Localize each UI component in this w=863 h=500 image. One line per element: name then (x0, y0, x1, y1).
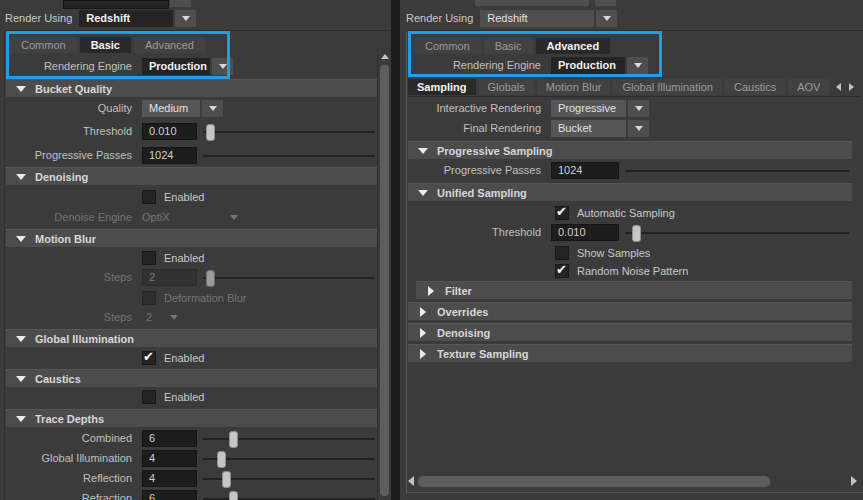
progressive-passes-slider[interactable] (625, 163, 849, 178)
cropped-dropdown[interactable] (475, 0, 589, 6)
enabled-checkbox[interactable] (142, 251, 156, 265)
slider-handle[interactable] (206, 124, 215, 141)
section-unified-sampling[interactable]: Unified Sampling (408, 183, 852, 202)
horizontal-scrollbar[interactable] (408, 474, 857, 488)
tab-advanced[interactable]: Advanced (134, 37, 205, 53)
tab-globals[interactable]: Globals (479, 79, 534, 95)
chevron-down-icon[interactable] (202, 100, 223, 117)
chevron-down-icon[interactable] (212, 58, 233, 75)
final-rendering-dropdown[interactable]: Bucket (551, 120, 626, 137)
section-motion-blur[interactable]: Motion Blur (6, 229, 377, 248)
section-global-illumination[interactable]: Global Illumination (6, 329, 377, 348)
tab-global-illumination[interactable]: Global Illumination (613, 79, 722, 95)
collapse-triangle-icon[interactable] (15, 416, 27, 422)
enabled-checkbox[interactable] (142, 351, 156, 365)
automatic-sampling-label: Automatic Sampling (577, 207, 675, 219)
collapse-triangle-icon[interactable] (15, 174, 27, 180)
chevron-down-icon[interactable] (628, 120, 649, 137)
automatic-sampling-checkbox[interactable] (555, 206, 569, 220)
chevron-down-icon[interactable] (628, 100, 649, 117)
section-denoising[interactable]: Denoising (408, 323, 852, 342)
collapse-triangle-icon[interactable] (15, 376, 27, 382)
section-caustics[interactable]: Caustics (6, 369, 377, 388)
quality-dropdown[interactable]: Medium (142, 100, 200, 117)
scrollbar-thumb[interactable] (418, 476, 770, 487)
section-progressive-sampling[interactable]: Progressive Sampling (408, 141, 852, 160)
reflection-slider[interactable] (203, 471, 375, 486)
panel-basic: Render Using Redshift Common Basic Advan… (0, 0, 391, 500)
cropped-dropdown-arrow[interactable] (170, 0, 191, 7)
tab-basic[interactable]: Basic (80, 37, 131, 53)
enabled-checkbox[interactable] (142, 390, 156, 404)
scroll-right-icon[interactable] (851, 476, 857, 486)
chevron-down-icon[interactable] (596, 10, 617, 27)
render-using-dropdown[interactable]: Redshift (79, 10, 173, 27)
tab-sampling[interactable]: Sampling (408, 79, 476, 95)
tab-caustics[interactable]: Caustics (725, 79, 785, 95)
refraction-slider[interactable] (203, 491, 375, 500)
denoise-engine-row: Denoise Engine OptiX (0, 208, 375, 226)
combined-slider[interactable] (203, 431, 375, 446)
combined-input[interactable]: 6 (142, 430, 197, 447)
cropped-dropdown-arrow[interactable] (595, 0, 616, 6)
interactive-rendering-dropdown[interactable]: Progressive (551, 100, 626, 117)
progressive-passes-input[interactable]: 1024 (142, 147, 197, 164)
rendering-engine-dropdown[interactable]: Production (142, 58, 210, 75)
slider-handle[interactable] (222, 471, 231, 488)
refraction-row: Refraction 6 (0, 489, 375, 500)
slider-track (625, 170, 849, 172)
progressive-passes-slider[interactable] (203, 148, 375, 163)
threshold-input[interactable]: 0.010 (551, 224, 619, 241)
collapse-triangle-icon[interactable] (15, 336, 27, 342)
section-trace-depths[interactable]: Trace Depths (6, 409, 377, 428)
progressive-passes-row: Progressive Passes 1024 (400, 161, 849, 179)
section-overrides[interactable]: Overrides (408, 302, 852, 321)
tab-basic[interactable]: Basic (484, 38, 533, 54)
section-texture-sampling[interactable]: Texture Sampling (408, 344, 852, 363)
slider-handle[interactable] (217, 451, 226, 468)
progressive-passes-input[interactable]: 1024 (551, 162, 619, 179)
expand-triangle-icon[interactable] (417, 307, 429, 317)
show-samples-checkbox[interactable] (555, 246, 569, 260)
enabled-checkbox[interactable] (142, 190, 156, 204)
chevron-down-icon[interactable] (175, 10, 196, 27)
scroll-up-icon[interactable] (379, 50, 390, 62)
chevron-down-icon[interactable] (627, 57, 648, 74)
tab-common[interactable]: Common (10, 37, 77, 53)
collapse-triangle-icon[interactable] (15, 86, 27, 92)
random-noise-checkbox[interactable] (555, 264, 569, 278)
rendering-engine-dropdown[interactable]: Production (551, 57, 625, 74)
collapse-triangle-icon[interactable] (417, 148, 429, 154)
threshold-slider[interactable] (625, 225, 849, 240)
reflection-input[interactable]: 4 (142, 470, 197, 487)
scroll-left-icon[interactable] (408, 476, 414, 486)
expand-triangle-icon[interactable] (417, 349, 429, 359)
vertical-scrollbar[interactable] (377, 48, 391, 500)
expand-triangle-icon[interactable] (425, 286, 437, 296)
slider-handle[interactable] (632, 225, 641, 242)
progressive-passes-label: Progressive Passes (400, 164, 547, 176)
section-denoising[interactable]: Denoising (6, 167, 377, 186)
gi-depth-input[interactable]: 4 (142, 450, 197, 467)
tab-common[interactable]: Common (414, 38, 481, 54)
threshold-slider[interactable] (203, 124, 375, 139)
render-using-dropdown[interactable]: Redshift (480, 10, 594, 27)
gi-depth-slider[interactable] (203, 451, 375, 466)
threshold-input[interactable]: 0.010 (142, 123, 197, 140)
scrollbar-thumb[interactable] (380, 65, 389, 496)
scroll-left-icon[interactable] (836, 83, 841, 91)
refraction-input[interactable]: 6 (142, 490, 197, 500)
expand-triangle-icon[interactable] (417, 328, 429, 338)
cropped-dropdown[interactable] (63, 0, 169, 9)
collapse-triangle-icon[interactable] (417, 190, 429, 196)
tab-advanced[interactable]: Advanced (536, 38, 611, 54)
collapse-triangle-icon[interactable] (15, 236, 27, 242)
tab-motion-blur[interactable]: Motion Blur (537, 79, 611, 95)
section-filter[interactable]: Filter (416, 281, 852, 300)
tab-aov[interactable]: AOV (788, 79, 829, 95)
scroll-right-icon[interactable] (849, 83, 854, 91)
scrollbar-track[interactable] (418, 476, 847, 487)
section-bucket-quality[interactable]: Bucket Quality (6, 79, 377, 98)
slider-handle[interactable] (229, 491, 238, 500)
slider-handle[interactable] (229, 431, 238, 448)
